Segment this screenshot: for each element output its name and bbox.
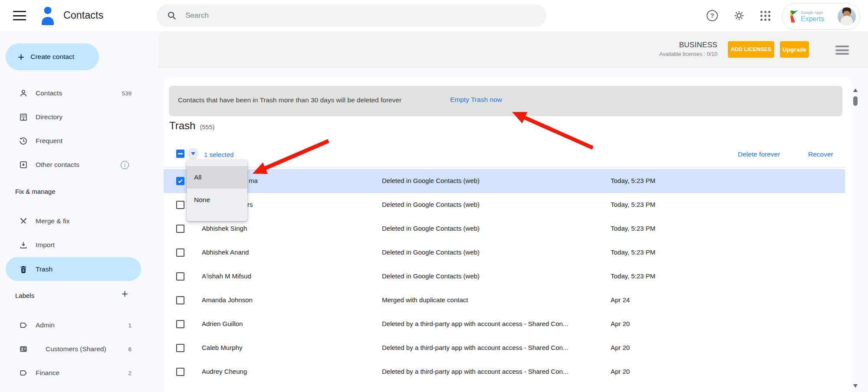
vertical-scrollbar[interactable] [852,82,859,392]
import-icon [19,240,28,250]
row-checkbox[interactable] [176,296,184,304]
menu-item-all[interactable]: All [187,166,247,189]
tools-icon [19,216,28,226]
check-icon [178,178,183,184]
brand-logo-icon [789,10,798,23]
sidebar-item-merge-fix[interactable]: Merge & fix [0,211,154,232]
sidebar-label-finance[interactable]: Finance 2 [0,363,154,383]
row-checkbox[interactable] [176,368,184,376]
search-input[interactable] [184,11,525,20]
row-checkbox[interactable] [176,225,184,233]
selection-menu: All None [187,160,247,221]
apps-grid-icon[interactable] [757,7,773,24]
section-labels: Labels [15,292,34,299]
help-icon[interactable]: ? [704,7,720,24]
row-checkbox[interactable] [176,177,184,185]
settings-gear-icon[interactable] [731,7,747,24]
app-title: Contacts [63,10,103,21]
table-row[interactable]: A'ishah M Mifsud Deleted in Google Conta… [164,265,845,288]
label-count: 2 [128,370,132,376]
delete-reason: Deleted in Google Contacts (web) [382,248,609,256]
person-icon [19,88,28,98]
table-row[interactable]: rs Deleted in Google Contacts (web) Toda… [164,193,845,217]
label-count: 1 [128,322,132,329]
delete-forever-button[interactable]: Delete forever [738,150,780,158]
trash-icon [19,265,28,274]
contact-name: Amanda Johnson [202,296,253,304]
row-checkbox[interactable] [176,248,184,257]
contact-name: Abhishek Anand [202,248,249,256]
contact-name: Audrey Cheung [202,368,247,375]
delete-reason: Deleted by a third-party app with accoun… [382,320,609,327]
plus-icon: + [18,51,24,62]
contact-name: Abhishek Singh [202,225,247,232]
trash-count: (555) [200,124,214,131]
delete-reason: Merged with duplicate contact [382,296,609,304]
search-icon [167,11,177,20]
table-row[interactable]: Abhishek Anand Deleted in Google Contact… [164,241,845,265]
plan-info: BUSINESS Available licenses : 0/10 [659,41,717,57]
chevron-down-icon [191,152,195,155]
delete-date: Today, 5:23 PM [611,248,655,256]
sidebar-item-other-contacts[interactable]: Other contacts i [0,154,154,175]
search-bar[interactable] [157,4,546,27]
table-row[interactable]: Adrien Guillon Deleted by a third-party … [164,312,845,336]
delete-reason: Deleted in Google Contacts (web) [382,225,609,232]
delete-reason: Deleted in Google Contacts (web) [382,201,609,208]
row-checkbox[interactable] [176,272,184,281]
table-row[interactable]: Amanda Johnson Merged with duplicate con… [164,288,845,312]
brand-text: Google Apps Experts [801,11,824,23]
sidebar-label-admin[interactable]: Admin 1 [0,315,154,336]
delete-date: Apr 20 [611,320,630,327]
main-content: Contacts that have been in Trash more th… [164,77,852,392]
sidebar-item-trash[interactable]: Trash [6,257,141,281]
contact-name: Adrien Guillon [202,320,243,327]
table-row[interactable]: Abhishek Singh Deleted in Google Contact… [164,217,845,241]
row-checkbox[interactable] [176,344,184,352]
recover-button[interactable]: Recover [808,150,833,158]
sidebar-label-customers-shared[interactable]: Customers (Shared) 6 [0,339,154,359]
trash-notice-banner: Contacts that have been in Trash more th… [169,86,842,116]
trash-notice-text: Contacts that have been in Trash more th… [178,96,401,104]
scroll-up-icon[interactable] [853,88,858,92]
scrollbar-thumb[interactable] [853,96,858,106]
delete-date: Apr 20 [611,344,630,351]
selection-dropdown-button[interactable] [187,148,199,160]
add-licenses-button[interactable]: ADD LICENSES [728,41,774,58]
license-menu-icon[interactable] [835,46,849,55]
sidebar-item-frequent[interactable]: Frequent [0,131,154,151]
building-icon [19,112,28,122]
top-app-bar: Contacts ? Google Apps Experts [0,0,868,31]
upgrade-button[interactable]: Upgrade [780,41,809,58]
scroll-down-icon[interactable] [853,384,858,388]
user-avatar[interactable] [838,7,856,26]
sidebar-item-directory[interactable]: Directory [0,107,154,127]
main-menu-icon[interactable] [13,11,26,20]
delete-date: Today, 5:23 PM [611,177,655,184]
select-all-checkbox[interactable] [176,150,184,158]
plan-name: BUSINESS [659,41,717,49]
account-profile-button[interactable]: Google Apps Experts [782,3,860,30]
delete-reason: Deleted in Google Contacts (web) [382,272,609,280]
archive-down-icon [19,160,28,170]
row-checkbox[interactable] [176,201,184,209]
table-row[interactable]: Audrey Cheung Deleted by a third-party a… [164,360,845,384]
empty-trash-now-link[interactable]: Empty Trash now [450,96,502,104]
table-row[interactable]: Caleb Murphy Deleted by a third-party ap… [164,336,845,360]
delete-date: Apr 20 [611,368,630,375]
sidebar-item-contacts[interactable]: Contacts 539 [0,83,154,104]
menu-item-none[interactable]: None [187,189,247,211]
delete-date: Today, 5:23 PM [611,201,655,208]
add-label-icon[interactable]: + [122,289,128,298]
row-checkbox[interactable] [176,320,184,328]
table-row[interactable]: ma Deleted in Google Contacts (web) Toda… [164,169,845,193]
selected-count-label[interactable]: 1 selected [204,151,233,158]
list-divider [164,167,845,167]
sidebar-item-import[interactable]: Import [0,235,154,255]
label-tag-icon [19,320,28,330]
delete-date: Today, 5:23 PM [611,225,655,232]
delete-date: Apr 24 [611,296,630,304]
create-contact-button[interactable]: + Create contact [6,43,99,70]
info-icon[interactable]: i [121,161,129,169]
license-banner: BUSINESS Available licenses : 0/10 ADD L… [158,31,868,69]
